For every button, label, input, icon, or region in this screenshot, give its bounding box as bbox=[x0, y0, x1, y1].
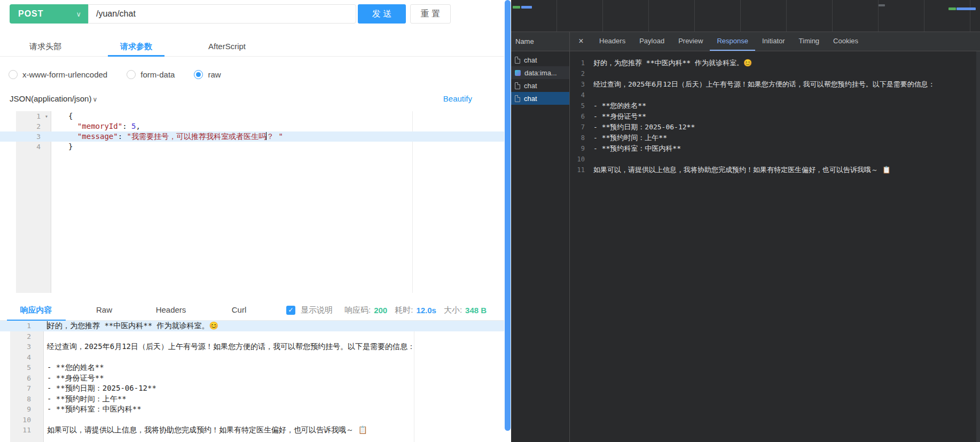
devtools-body: chatdata:ima...chatchat 1好的，为您推荐 **中医内科*… bbox=[511, 51, 980, 442]
request-name: chat bbox=[524, 95, 537, 103]
network-request-row[interactable]: chat bbox=[511, 79, 569, 92]
chevron-down-icon: ∨ bbox=[76, 10, 82, 18]
url-input[interactable] bbox=[88, 4, 356, 24]
devtools-tab-response[interactable]: Response bbox=[710, 32, 755, 51]
line-number: 1 bbox=[0, 321, 44, 331]
request-tab[interactable]: 请求头部 bbox=[0, 37, 91, 56]
code-line[interactable]: 2 "memoryId": 5, bbox=[0, 121, 504, 131]
response-line[interactable]: 3经过查询，2025年6月12日（后天）上午有号源！如果您方便的话，我可以帮您预… bbox=[0, 342, 504, 352]
response-tab[interactable]: Headers bbox=[136, 300, 206, 321]
network-overview-timeline[interactable] bbox=[511, 0, 980, 32]
line-number: 7 bbox=[570, 122, 593, 133]
response-line-text: - **预约日期：2025-06-12** bbox=[44, 383, 156, 394]
network-activity-bar bbox=[957, 7, 976, 10]
line-number: 2 bbox=[0, 331, 44, 342]
request-tab[interactable]: AfterScript bbox=[182, 37, 272, 56]
request-name: chat bbox=[524, 82, 537, 90]
response-line[interactable]: 2 bbox=[0, 331, 504, 342]
response-line[interactable]: 9- **预约科室：中医内科** bbox=[0, 404, 504, 415]
response-tab[interactable]: 响应内容 bbox=[0, 300, 72, 321]
body-mode-label: x-www-form-urlencoded bbox=[22, 70, 107, 79]
response-line[interactable]: 1好的，为您推荐 **中医内科** 作为就诊科室。😊 bbox=[0, 321, 504, 331]
devtools-tab-payload[interactable]: Payload bbox=[632, 32, 671, 51]
response-line[interactable]: 6- **身份证号** bbox=[0, 373, 504, 384]
token: "我需要挂号，可以推荐我科室或者医生吗 bbox=[127, 132, 266, 141]
response-line: 3经过查询，2025年6月12日（后天）上午有号源！如果您方便的话，我可以帮您预… bbox=[570, 79, 980, 90]
line-number: 3 bbox=[0, 131, 51, 142]
devtools-tab-preview[interactable]: Preview bbox=[671, 32, 710, 51]
response-line: 8- **预约时间：上午** bbox=[570, 133, 980, 143]
meta-label: 耗时: bbox=[395, 305, 413, 315]
network-activity-bar bbox=[879, 4, 885, 6]
response-line-text: - **身份证号** bbox=[44, 373, 104, 384]
response-line-text bbox=[44, 415, 47, 425]
devtools-tab-timing[interactable]: Timing bbox=[792, 32, 827, 51]
network-request-row[interactable]: chat bbox=[511, 53, 569, 66]
name-column-header[interactable]: Name bbox=[511, 32, 570, 51]
response-line: 4 bbox=[570, 90, 980, 100]
radio-icon[interactable] bbox=[9, 70, 18, 79]
line-number: 4 bbox=[0, 142, 51, 152]
scrollbar-thumb[interactable] bbox=[505, 0, 511, 431]
response-line-text bbox=[44, 352, 47, 363]
response-line[interactable]: 11如果可以，请提供以上信息，我将协助您完成预约！如果有特定医生偏好，也可以告诉… bbox=[0, 425, 504, 436]
body-mode-label: form-data bbox=[140, 70, 175, 79]
code-line[interactable]: 4} bbox=[0, 142, 504, 152]
send-button[interactable]: 发 送 bbox=[358, 4, 406, 24]
token: : bbox=[122, 122, 131, 130]
body-mode-option[interactable]: form-data bbox=[127, 70, 175, 79]
body-mode-option[interactable]: raw bbox=[194, 70, 221, 79]
radio-icon[interactable] bbox=[127, 70, 136, 79]
reset-button[interactable]: 重 置 bbox=[410, 4, 451, 24]
network-request-row[interactable]: data:ima... bbox=[511, 66, 569, 79]
devtools-tab-cookies[interactable]: Cookies bbox=[826, 32, 865, 51]
meta-value: 200 bbox=[374, 306, 387, 315]
response-line-text: 经过查询，2025年6月12日（后天）上午有号源！如果您方便的话，我可以帮您预约… bbox=[593, 79, 935, 90]
response-viewer[interactable]: 1好的，为您推荐 **中医内科** 作为就诊科室。😊23经过查询，2025年6月… bbox=[570, 51, 980, 442]
content-type-row: JSON(application/json)∨ Beautify bbox=[10, 92, 472, 105]
line-number: 1 bbox=[570, 58, 593, 68]
token bbox=[68, 122, 77, 130]
line-number: 2 bbox=[570, 68, 593, 79]
line-number: 8 bbox=[570, 133, 593, 143]
response-line: 11如果可以，请提供以上信息，我将协助您完成预约！如果有特定医生偏好，也可以告诉… bbox=[570, 165, 980, 175]
checkbox-show-note[interactable]: ✓ bbox=[286, 306, 295, 315]
devtools-tab-headers[interactable]: Headers bbox=[592, 32, 632, 51]
api-tool-panel: POST ∨ 发 送 重 置 请求头部请求参数AfterScript x-www… bbox=[0, 0, 504, 442]
token: "message" bbox=[77, 132, 118, 141]
response-line[interactable]: 8- **预约时间：上午** bbox=[0, 394, 504, 405]
token: { bbox=[68, 112, 73, 120]
request-tab[interactable]: 请求参数 bbox=[91, 37, 182, 56]
token: : bbox=[118, 132, 127, 141]
response-line[interactable]: 5- **您的姓名** bbox=[0, 362, 504, 373]
response-line[interactable]: 10 bbox=[0, 415, 504, 425]
code-line[interactable]: 1▾{ bbox=[0, 111, 504, 121]
token: , bbox=[136, 122, 140, 130]
response-line-text: 好的，为您推荐 **中医内科** 作为就诊科室。😊 bbox=[593, 58, 752, 68]
response-line: 9- **预约科室：中医内科** bbox=[570, 143, 980, 154]
radio-icon[interactable] bbox=[194, 70, 203, 79]
beautify-link[interactable]: Beautify bbox=[443, 94, 472, 103]
panel-vertical-scrollbar[interactable] bbox=[504, 0, 511, 442]
body-mode-option[interactable]: x-www-form-urlencoded bbox=[9, 70, 107, 79]
close-icon[interactable]: × bbox=[570, 32, 592, 51]
devtools-tab-initiator[interactable]: Initiator bbox=[755, 32, 792, 51]
request-name: chat bbox=[524, 56, 537, 64]
request-body-editor[interactable]: 1▾{2 "memoryId": 5,3 "message": "我需要挂号，可… bbox=[0, 111, 504, 293]
response-line[interactable]: 7- **预约日期：2025-06-12** bbox=[0, 383, 504, 394]
response-tab[interactable]: Raw bbox=[72, 300, 136, 321]
request-bar: POST ∨ 发 送 重 置 bbox=[10, 4, 451, 24]
devtools-scrollbar-track[interactable] bbox=[976, 51, 980, 442]
fold-caret-icon[interactable]: ▾ bbox=[45, 111, 48, 121]
response-tab[interactable]: Curl bbox=[206, 300, 272, 321]
content-type-select[interactable]: JSON(application/json)∨ bbox=[10, 94, 97, 103]
response-line: 1好的，为您推荐 **中医内科** 作为就诊科室。😊 bbox=[570, 58, 980, 68]
network-request-row[interactable]: chat bbox=[511, 92, 569, 105]
line-number: 10 bbox=[0, 415, 44, 425]
response-body-editor[interactable]: 1好的，为您推荐 **中医内科** 作为就诊科室。😊23经过查询，2025年6月… bbox=[0, 321, 504, 442]
chevron-down-icon: ∨ bbox=[92, 96, 97, 103]
meta-label: 大小: bbox=[444, 305, 462, 315]
code-line[interactable]: 3 "message": "我需要挂号，可以推荐我科室或者医生吗？ " bbox=[0, 131, 504, 142]
method-select[interactable]: POST ∨ bbox=[10, 4, 88, 24]
response-line[interactable]: 4 bbox=[0, 352, 504, 363]
